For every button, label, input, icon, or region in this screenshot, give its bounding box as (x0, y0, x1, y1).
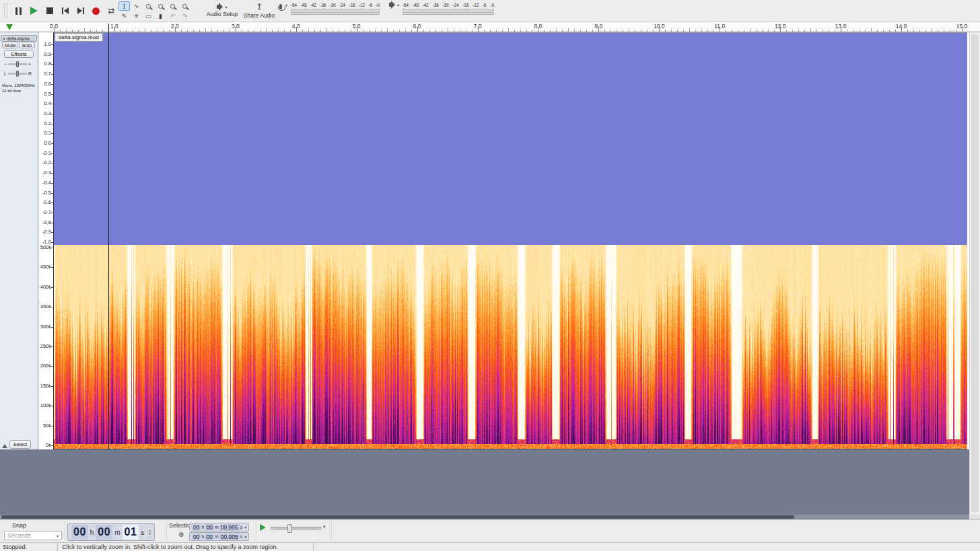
collapse-track-icon[interactable] (2, 444, 7, 448)
empty-track-area[interactable] (0, 449, 969, 515)
snap-mode-dropdown[interactable]: Seconds ▾ (4, 531, 62, 540)
spectrogram-view[interactable] (54, 245, 967, 449)
pan-slider-track[interactable] (8, 73, 27, 75)
silence-audio-button[interactable]: ▮ (155, 11, 166, 21)
skip-to-start-button[interactable] (57, 3, 73, 19)
gear-icon[interactable]: ⚙ (178, 531, 184, 538)
pause-button[interactable] (11, 3, 26, 19)
select-button[interactable]: Select (9, 440, 31, 449)
skip-to-end-button[interactable] (73, 3, 88, 19)
play-button[interactable] (26, 3, 42, 19)
gain-slider-thumb[interactable] (16, 61, 19, 67)
timeline-tick (683, 30, 684, 32)
timeline-tick (665, 30, 666, 32)
timeline-tick (393, 30, 394, 32)
chevron-down-icon: ▾ (57, 534, 59, 538)
timeline-tick (610, 30, 611, 32)
timeline-tick (568, 28, 569, 32)
stop-button[interactable] (42, 3, 57, 19)
selection-tool-button[interactable]: I (118, 1, 130, 11)
chevron-down-icon[interactable]: ▾ (244, 525, 246, 529)
pan-slider[interactable]: L R (4, 71, 32, 76)
pan-slider-thumb[interactable] (16, 71, 19, 77)
timeline-tick (466, 30, 466, 32)
selection-end-hours[interactable]: 00 (192, 534, 201, 540)
loop-icon: ⇄ (108, 7, 114, 15)
track-tab[interactable]: × delta-sigma-mod (1, 35, 37, 42)
selection-end-field[interactable]: 00 h 00 m 00.905 s ▾ (189, 532, 249, 541)
selection-start-seconds[interactable]: 00.905 (219, 524, 240, 531)
playback-meter[interactable]: ▾ -54-48-42-36-30-24-18-12-6-0 (389, 0, 494, 22)
position-seconds[interactable]: 01 (123, 525, 139, 540)
timeline-label: 1.0 (110, 23, 118, 30)
timeline-ruler[interactable]: 0.01.02.03.04.05.06.07.08.09.010.011.012… (0, 22, 980, 32)
track-content[interactable]: delta-sigma-mod (54, 32, 969, 449)
chevron-down-icon[interactable]: ▾ (323, 524, 326, 529)
audio-position-display[interactable]: 00 h 00 m 01 s ▴ ▾ (67, 523, 155, 541)
mute-button[interactable]: Mute (2, 42, 18, 48)
fit-project-button[interactable] (179, 1, 190, 11)
meter-scale-value: -54 (403, 3, 409, 8)
playback-speed-thumb[interactable] (287, 524, 292, 533)
gain-slider[interactable]: − + (4, 62, 31, 67)
timeline-tick (199, 30, 200, 32)
play-at-speed-button[interactable] (260, 524, 266, 531)
timeline-label: 2.0 (171, 23, 179, 30)
record-button[interactable] (88, 3, 104, 19)
fit-selection-button[interactable] (167, 1, 178, 11)
solo-button[interactable]: Solo (19, 42, 35, 48)
timeline-tick (738, 30, 738, 32)
spinner-down-icon[interactable]: ▾ (149, 532, 151, 536)
chevron-down-icon[interactable]: ▾ (244, 534, 246, 539)
undo-button[interactable]: ↶ (167, 11, 178, 21)
trim-audio-button[interactable]: ▭ (143, 11, 154, 21)
recording-meter[interactable]: ▾ -54-48-42-36-30-24-18-12-6-0 (278, 0, 380, 22)
toolbar-separator (256, 522, 256, 541)
gain-slider-track[interactable] (8, 63, 27, 65)
draw-tool-button[interactable]: ✎ (118, 11, 130, 21)
audio-setup-button[interactable]: ▾ Audio Setup (204, 0, 240, 22)
position-minutes[interactable]: 00 (96, 525, 112, 540)
position-hours[interactable]: 00 (71, 525, 88, 540)
selection-end-seconds[interactable]: 00.905 (219, 534, 240, 540)
selection-start-field[interactable]: 00 h 00 m 00.905 s ▾ (189, 523, 249, 531)
timeline-tick (320, 30, 321, 32)
vertical-scale-ruler[interactable]: 1.00.90.80.70.60.50.40.30.20.10.0-0.1-0.… (39, 32, 54, 449)
share-audio-button[interactable]: ↥ Share Audio (242, 0, 276, 22)
zoom-out-button[interactable] (155, 1, 166, 11)
meter-scale-value: -42 (310, 3, 316, 8)
zoom-in-button[interactable] (143, 1, 154, 11)
snap-label[interactable]: Snap (12, 522, 26, 529)
trim-audio-icon: ▭ (145, 13, 151, 20)
waveform-scale-label: -0.2 (42, 160, 51, 166)
timeline-options-icon[interactable] (6, 24, 13, 30)
multi-tool-button[interactable]: ✳ (131, 11, 142, 21)
playback-speed-slider[interactable] (271, 527, 322, 529)
track-title[interactable]: delta-sigma-mod (55, 33, 103, 42)
timeline-tick (96, 30, 97, 32)
vertical-scrollbar[interactable] (969, 32, 980, 515)
meter-scale-value: -30 (330, 3, 336, 8)
envelope-tool-button[interactable]: ∿ (131, 1, 142, 11)
close-icon[interactable]: × (3, 36, 5, 41)
horizontal-scrollbar-thumb[interactable] (1, 515, 794, 519)
track-control-panel[interactable]: × delta-sigma-mod Mute Solo Effects − + … (0, 32, 38, 449)
redo-button[interactable]: ↷ (179, 11, 190, 21)
selection-start-hours[interactable]: 00 (192, 524, 201, 531)
position-spinner[interactable]: ▴ ▾ (149, 529, 151, 536)
minutes-unit: m (215, 534, 219, 539)
waveform-view[interactable] (54, 32, 967, 245)
horizontal-scrollbar[interactable] (0, 515, 969, 519)
speaker-icon (389, 3, 391, 7)
toolbar-grip[interactable] (4, 3, 7, 18)
effects-button[interactable]: Effects (4, 50, 34, 58)
timeline-tick (72, 30, 73, 32)
playback-state: Stopped. (0, 543, 58, 551)
vertical-scrollbar-thumb[interactable] (971, 34, 979, 513)
loop-button[interactable]: ⇄ (104, 3, 119, 19)
gain-plus-label: + (28, 62, 31, 67)
selection-end-minutes[interactable]: 00 (205, 534, 213, 540)
hours-unit: h (90, 529, 94, 536)
selection-start-minutes[interactable]: 00 (205, 524, 213, 531)
waveform-scale-label: -0.1 (42, 151, 51, 156)
